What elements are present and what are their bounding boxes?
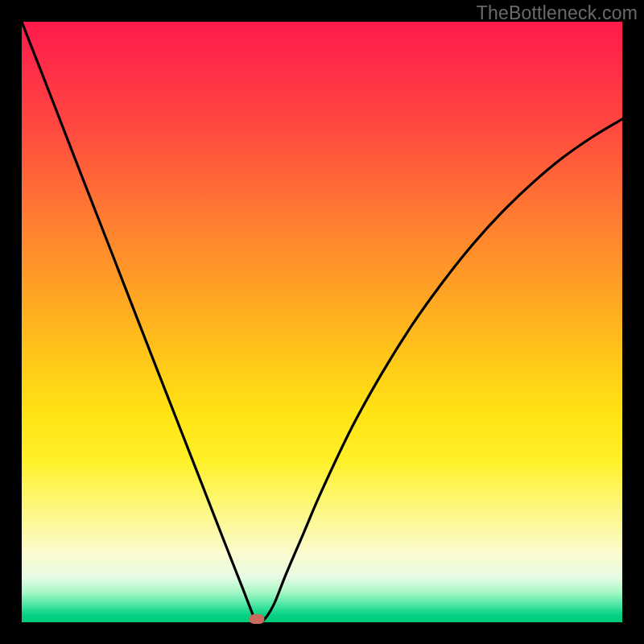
bottleneck-curve [22,22,622,622]
watermark-text: TheBottleneck.com [477,2,638,24]
curve-svg [22,22,622,622]
plot-area [22,22,622,622]
chart-frame: TheBottleneck.com [0,0,644,644]
optimum-marker [250,614,265,624]
